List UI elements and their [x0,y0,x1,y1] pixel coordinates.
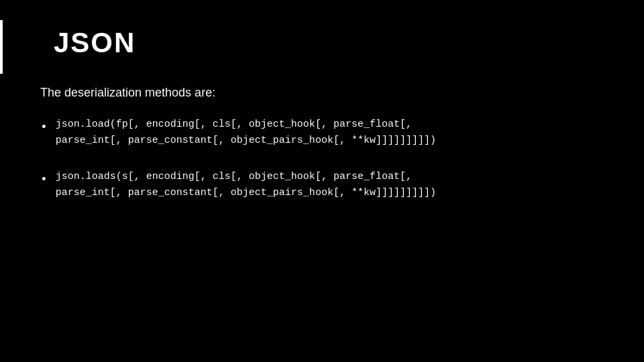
slide: JSON The deserialization methods are: • … [0,0,644,362]
code-block-1: json.load(fp[, encoding[, cls[, object_h… [56,117,436,149]
slide-subtitle: The deserialization methods are: [40,86,604,100]
bullet-dot-2: • [40,170,48,190]
slide-title: JSON [54,27,604,59]
list-item: • json.load(fp[, encoding[, cls[, object… [40,117,604,149]
code-block-2: json.loads(s[, encoding[, cls[, object_h… [56,169,436,201]
list-item: • json.loads(s[, encoding[, cls[, object… [40,169,604,201]
left-accent-bar [0,20,3,74]
bullet-list: • json.load(fp[, encoding[, cls[, object… [40,117,604,201]
bullet-dot-1: • [40,118,48,137]
